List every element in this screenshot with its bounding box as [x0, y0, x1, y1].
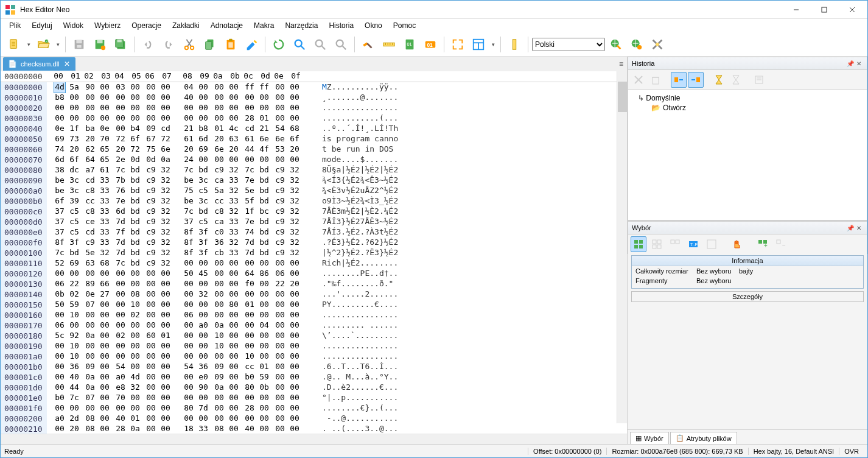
- open-folder-icon[interactable]: [33, 35, 53, 54]
- hex-row[interactable]: 00000090be3ccd337bbdc932be3cca337ebdc932…: [1, 175, 627, 186]
- hex-row[interactable]: 00000130062289660000000000000000f0002220…: [1, 279, 627, 289]
- sel-grid2-icon[interactable]: [649, 236, 665, 252]
- file-tab[interactable]: 📄 checksum.dll ✕: [3, 57, 75, 71]
- menu-plik[interactable]: Plik: [4, 20, 26, 31]
- menu-historia[interactable]: Historia: [324, 20, 359, 31]
- menu-operacje[interactable]: Operacje: [127, 20, 166, 31]
- history-child[interactable]: 📂 Otwórz: [631, 104, 864, 112]
- panel-close-icon[interactable]: ✕: [855, 224, 863, 232]
- hex-row[interactable]: 000000a0be3cc83376bdc93275c55a325ebdc932…: [1, 186, 627, 196]
- menu-widok[interactable]: Widok: [58, 20, 88, 31]
- hex-row[interactable]: 0000012000000000000000005045000064860600…: [1, 269, 627, 279]
- hex-row[interactable]: 000000d037c5ce337dbdc93237c5ca337ebdc932…: [1, 217, 627, 227]
- hex-row[interactable]: 000001c000400a00a04d000000e00900b0590000…: [1, 372, 627, 382]
- hex-row[interactable]: 000001a000100000000000000000000010000000…: [1, 351, 627, 362]
- hex-row[interactable]: 000001007cbd5e327dbdc9328f3fcb337dbdc932…: [1, 248, 627, 258]
- hex-row[interactable]: 00000200a02d0800400100000000000000000000…: [1, 414, 627, 424]
- globe-gear-icon[interactable]: [627, 35, 646, 54]
- menu-makra[interactable]: Makra: [249, 20, 279, 31]
- horizontal-scrollbar[interactable]: [1, 434, 627, 444]
- hist-branch-right-icon[interactable]: [688, 72, 704, 88]
- edit-icon[interactable]: [242, 35, 261, 54]
- hist-list-icon[interactable]: [751, 72, 767, 88]
- hex-row[interactable]: 000001b0003609005400000054360900cc010000…: [1, 362, 627, 372]
- details-button[interactable]: Szczegóły: [631, 291, 864, 302]
- close-button[interactable]: [838, 1, 866, 19]
- cut-icon[interactable]: [180, 35, 199, 54]
- hex-row[interactable]: 00000170060000000000000000a00a0000040000…: [1, 320, 627, 331]
- paste-icon[interactable]: [221, 35, 240, 54]
- layout-icon[interactable]: [469, 35, 488, 54]
- hist-clear-icon[interactable]: [631, 72, 646, 88]
- hex-row[interactable]: 0000002000000000000000000000000000000000…: [1, 103, 627, 113]
- binary-icon[interactable]: 01: [421, 35, 440, 54]
- hex-row[interactable]: 00000110526963687cbdc9320000000000000000…: [1, 258, 627, 269]
- vertical-scrollbar[interactable]: [617, 71, 627, 423]
- menu-wybierz[interactable]: Wybierz: [89, 20, 125, 31]
- hex-row[interactable]: 0000008038dca7617cbdc9327cbdc9327cbdc932…: [1, 165, 627, 175]
- save-all-icon[interactable]: [111, 35, 130, 54]
- expand-icon[interactable]: [448, 35, 467, 54]
- find-icon[interactable]: [290, 35, 309, 54]
- hist-hourglass-icon[interactable]: [711, 72, 727, 88]
- hex-row[interactable]: 000001805c920a00020060010000100000000000…: [1, 331, 627, 341]
- hex-row[interactable]: 0000016000100000000200000600000000000000…: [1, 310, 627, 320]
- hex-row[interactable]: 0000005069732070726f6772616d2063616e6e6f…: [1, 134, 627, 144]
- hex-row[interactable]: 000000b06f39cc337ebdc932be3ccc335fbdc932…: [1, 196, 627, 206]
- settings-icon[interactable]: [648, 35, 667, 54]
- menu-adnotacje[interactable]: Adnotacje: [206, 20, 248, 31]
- find-next-icon[interactable]: [310, 35, 330, 54]
- hex-row[interactable]: 000001d000440a00e832000000900a00800b0000…: [1, 382, 627, 393]
- pin-icon[interactable]: 📌: [846, 224, 855, 232]
- hex-row[interactable]: 000001400b020e27000800000032000000000000…: [1, 289, 627, 300]
- hex-row[interactable]: 000000400e1fba0e00b409cd21b8014ccd215468…: [1, 124, 627, 134]
- column-icon[interactable]: [505, 35, 524, 54]
- hex-row[interactable]: 000000f08f3fc9337dbdc9328f3f36327dbdc932…: [1, 238, 627, 248]
- menu-zakladki[interactable]: Zakładki: [167, 20, 205, 31]
- tab-atrybuty[interactable]: 📋Atrybuty plików: [670, 432, 737, 444]
- save-as-icon[interactable]: [90, 35, 110, 54]
- refresh-icon[interactable]: [269, 35, 289, 54]
- hist-trash-icon[interactable]: [648, 72, 663, 88]
- binary-doc-icon[interactable]: 01: [400, 35, 419, 54]
- hist-hourglass2-icon[interactable]: [728, 72, 744, 88]
- hex-row[interactable]: 00000010b8000000000000004000000000000000…: [1, 93, 627, 103]
- hex-row[interactable]: 00000060742062652072756e20696e20444f5320…: [1, 144, 627, 155]
- globe-pencil-icon[interactable]: [606, 35, 626, 54]
- tab-close-icon[interactable]: ✕: [63, 60, 71, 68]
- hex-row[interactable]: 000000c037c5c8336dbdc9327cbdc8321fbcc932…: [1, 206, 627, 217]
- sel-grid-icon[interactable]: [631, 236, 646, 252]
- new-dropdown[interactable]: ▾: [25, 35, 32, 54]
- hammer-icon[interactable]: [359, 35, 378, 54]
- undo-icon[interactable]: [138, 35, 158, 54]
- menu-pomoc[interactable]: Pomoc: [388, 20, 421, 31]
- menu-narzedzia[interactable]: Narzędzia: [280, 20, 323, 31]
- maximize-button[interactable]: [810, 1, 838, 19]
- hex-row[interactable]: 000001e0b07c0700700000000000000000000000…: [1, 393, 627, 403]
- tab-overflow-icon[interactable]: ≡: [615, 60, 627, 68]
- hex-row[interactable]: 0000021000200800280a00001833080040000000…: [1, 424, 627, 434]
- sel-hand-icon[interactable]: [729, 236, 745, 252]
- hex-row[interactable]: 0000019000100000000000000000100000000000…: [1, 341, 627, 351]
- redo-icon[interactable]: [159, 35, 178, 54]
- history-root[interactable]: ↳ Domyślnie: [631, 93, 864, 104]
- menu-edytuj[interactable]: Edytuj: [27, 20, 57, 31]
- minimize-button[interactable]: [782, 1, 810, 19]
- language-select[interactable]: Polski: [532, 38, 605, 51]
- sel-text-icon[interactable]: T..F: [685, 236, 701, 252]
- sel-remove-icon[interactable]: −: [773, 236, 789, 252]
- open-dropdown[interactable]: ▾: [54, 35, 61, 54]
- history-tree[interactable]: ↳ Domyślnie 📂 Otwórz: [628, 90, 867, 220]
- pin-icon[interactable]: 📌: [846, 59, 855, 68]
- hist-branch-left-icon[interactable]: [671, 72, 687, 88]
- hex-row[interactable]: 000000e037c5cd337fbdc9328f3fc03374bdc932…: [1, 227, 627, 238]
- tab-wybor[interactable]: ▦Wybór: [630, 432, 669, 444]
- hex-editor[interactable]: 00000000 000102030405060708090a0b0c0d0e0…: [1, 71, 627, 434]
- save-icon[interactable]: [69, 35, 89, 54]
- hex-row[interactable]: 000001f00000000000000000807d000028000000…: [1, 403, 627, 414]
- find-prev-icon[interactable]: [331, 35, 351, 54]
- hex-row[interactable]: 000000004d5a90000300000004000000ffff0000…: [1, 82, 627, 93]
- copy-icon[interactable]: [200, 35, 220, 54]
- sel-grid3-icon[interactable]: [667, 236, 683, 252]
- new-file-icon[interactable]: [4, 35, 24, 54]
